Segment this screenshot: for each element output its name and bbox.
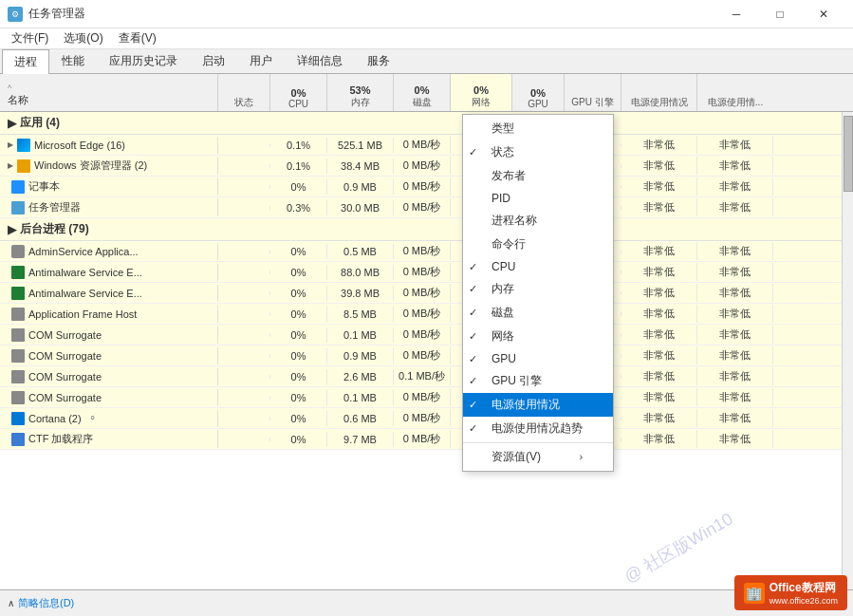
cell-power: 非常低 [621, 177, 697, 196]
cell-power-trend: 非常低 [697, 157, 773, 175]
cell-process-name: Antimalware Service E... [0, 264, 218, 281]
cell-process-name: Application Frame Host [0, 306, 218, 323]
col-header-gpu[interactable]: 0% GPU [512, 74, 565, 111]
table-row[interactable]: 任务管理器 0.3% 30.0 MB 0 MB/秒 0 非常低 非常低 [0, 197, 842, 218]
ctx-disk[interactable]: 磁盘 [463, 301, 613, 325]
cell-status [218, 143, 270, 147]
cell-disk: 0 MB/秒 [394, 305, 451, 323]
table-row[interactable]: AdminService Applica... 0% 0.5 MB 0 MB/秒… [0, 241, 842, 262]
col-header-status[interactable]: 状态 [218, 74, 270, 111]
tab-details[interactable]: 详细信息 [285, 48, 355, 73]
tab-users[interactable]: 用户 [237, 48, 285, 73]
cell-memory: 525.1 MB [327, 138, 394, 153]
tab-services[interactable]: 服务 [355, 48, 402, 73]
minimize-button[interactable]: ─ [714, 0, 758, 28]
menu-file[interactable]: 文件(F) [4, 28, 56, 48]
tab-startup[interactable]: 启动 [190, 48, 237, 73]
cell-status [218, 312, 270, 316]
process-icon [11, 391, 25, 404]
group-background: ▶ 后台进程 (79) [0, 218, 842, 241]
ctx-command[interactable]: 命令行 [463, 233, 613, 256]
cell-disk: 0 MB/秒 [394, 326, 451, 344]
cell-power-trend: 非常低 [697, 136, 773, 154]
cell-power: 非常低 [621, 346, 697, 364]
cell-process-name: COM Surrogate [0, 327, 218, 344]
cell-memory: 0.1 MB [327, 327, 394, 343]
cell-status [218, 417, 270, 420]
col-header-name[interactable]: ^ 名称 [0, 74, 218, 111]
ctx-cpu[interactable]: CPU [463, 256, 613, 277]
cell-power: 非常低 [621, 136, 697, 154]
ctx-power-trend[interactable]: 电源使用情况趋势 [463, 417, 613, 440]
cell-process-name: COM Surrogate [0, 347, 218, 364]
cell-cpu: 0% [270, 411, 327, 426]
scrollbar-thumb[interactable] [844, 116, 853, 192]
ctx-process-name[interactable]: 进程名称 [463, 209, 613, 233]
menu-options[interactable]: 选项(O) [56, 28, 110, 48]
cell-power-trend: 非常低 [697, 305, 773, 323]
col-header-network[interactable]: 0% 网络 [451, 74, 512, 111]
tab-processes[interactable]: 进程 [2, 49, 49, 74]
ctx-pid[interactable]: PID [463, 188, 613, 209]
cell-power-trend: 非常低 [697, 263, 773, 281]
table-row[interactable]: COM Surrogate 0% 0.1 MB 0 MB/秒 0 非常低 非常低 [0, 325, 842, 345]
cell-power: 非常低 [621, 157, 697, 175]
process-icon [11, 180, 25, 194]
table-row[interactable]: COM Surrogate 0% 2.6 MB 0.1 MB/秒 0 Mbps … [0, 366, 842, 387]
menu-view[interactable]: 查看(V) [111, 28, 164, 48]
ctx-network[interactable]: 网络 [463, 325, 613, 348]
office-logo: 🏢 [744, 583, 765, 604]
cell-process-name: CTF 加载程序 [0, 430, 218, 448]
ctx-memory[interactable]: 内存 [463, 277, 613, 301]
cell-status [218, 271, 270, 274]
cell-process-name: COM Surrogate [0, 368, 218, 385]
tab-app-history[interactable]: 应用历史记录 [97, 48, 190, 73]
col-header-power[interactable]: 电源使用情况 [621, 74, 697, 111]
col-header-power-trend[interactable]: 电源使用情... [697, 74, 773, 111]
ctx-separator [463, 442, 613, 443]
table-row[interactable]: COM Surrogate 0% 0.1 MB 0 MB/秒 0 Mbps 0%… [0, 387, 842, 408]
ctx-gpu[interactable]: GPU [463, 348, 613, 369]
cell-disk: 0 MB/秒 [394, 198, 451, 216]
window-title: 任务管理器 [28, 6, 85, 22]
cell-status [218, 438, 270, 441]
cell-status [218, 333, 270, 337]
cell-process-name: AdminService Applica... [0, 243, 218, 260]
col-header-memory[interactable]: 53% 内存 [327, 74, 394, 111]
cell-memory: 9.7 MB [327, 432, 394, 447]
table-row[interactable]: Antimalware Service E... 0% 39.8 MB 0 MB… [0, 283, 842, 304]
main-content: ^ 名称 状态 0% CPU 53% 内存 0% 磁盘 0% 网络 [0, 74, 853, 589]
col-header-disk[interactable]: 0% 磁盘 [394, 74, 451, 111]
cell-power: 非常低 [621, 263, 697, 281]
ctx-power-usage[interactable]: 电源使用情况 [463, 393, 613, 417]
table-row[interactable]: Antimalware Service E... 0% 88.0 MB 0 MB… [0, 262, 842, 283]
table-row[interactable]: Cortana (2) ⚬ 0% 0.6 MB 0 MB/秒 0 Mbps 0%… [0, 408, 842, 429]
table-row[interactable]: CTF 加载程序 0% 9.7 MB 0 MB/秒 0 Mbps 0% 非常低 … [0, 429, 842, 450]
ctx-gpu-engine[interactable]: GPU 引擎 [463, 369, 613, 393]
scrollbar[interactable] [842, 112, 853, 589]
ctx-publisher[interactable]: 发布者 [463, 164, 613, 188]
table-scroll[interactable]: ▶ 应用 (4) ▶ Microsoft Edge (16) 0.1% 525.… [0, 112, 842, 589]
close-button[interactable]: ✕ [802, 0, 845, 28]
cell-disk: 0 MB/秒 [394, 409, 451, 427]
cell-power: 非常低 [621, 409, 697, 427]
ctx-resource[interactable]: 资源值(V) › [463, 445, 613, 469]
table-row[interactable]: ▶ Microsoft Edge (16) 0.1% 525.1 MB 0 MB… [0, 135, 842, 156]
cell-power-trend: 非常低 [697, 326, 773, 344]
table-row[interactable]: Application Frame Host 0% 8.5 MB 0 MB/秒 … [0, 304, 842, 325]
process-icon [11, 370, 25, 383]
tab-performance[interactable]: 性能 [49, 48, 97, 73]
maximize-button[interactable]: □ [758, 0, 802, 28]
ctx-type[interactable]: 类型 [463, 117, 613, 140]
col-header-gpu-engine[interactable]: GPU 引擎 [565, 74, 621, 111]
col-header-cpu[interactable]: 0% CPU [270, 74, 327, 111]
table-row[interactable]: COM Surrogate 0% 0.9 MB 0 MB/秒 0 Mbps 0%… [0, 345, 842, 366]
process-icon [11, 287, 25, 300]
ctx-status[interactable]: 状态 [463, 140, 613, 164]
tab-bar: 进程 性能 应用历史记录 启动 用户 详细信息 服务 [0, 49, 853, 74]
table-row[interactable]: ▶ Windows 资源管理器 (2) 0.1% 38.4 MB 0 MB/秒 … [0, 156, 842, 177]
cell-status [218, 375, 270, 379]
process-icon [17, 139, 30, 152]
table-row[interactable]: 记事本 0% 0.9 MB 0 MB/秒 0 非常低 非常低 [0, 177, 842, 197]
status-label[interactable]: 简略信息(D) [18, 596, 74, 610]
